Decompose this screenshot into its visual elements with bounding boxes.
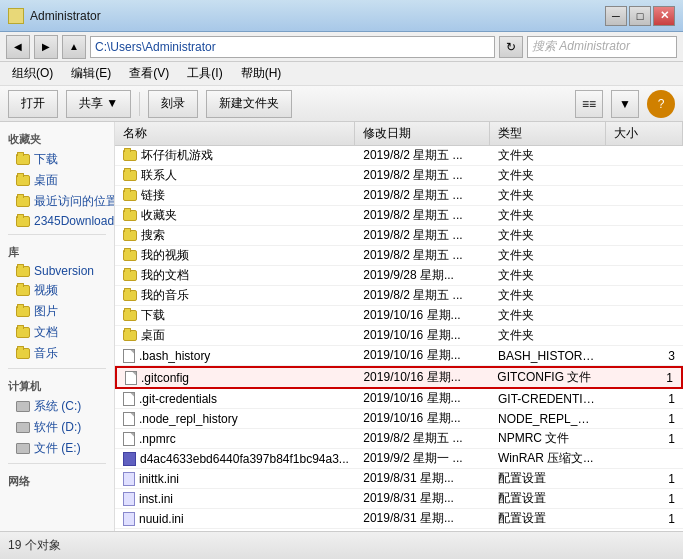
- file-name-cell: .npmrc: [115, 431, 355, 447]
- file-name-text: inst.ini: [139, 492, 173, 506]
- file-date-cell: 2019/8/31 星期...: [355, 509, 490, 528]
- table-row[interactable]: 搜索2019/8/2 星期五 ...文件夹: [115, 226, 683, 246]
- file-size-cell: 1: [606, 431, 683, 447]
- file-name-cell: 下载: [115, 306, 355, 325]
- file-name-text: 搜索: [141, 227, 165, 244]
- file-size-cell: 1: [606, 511, 683, 527]
- address-path-box[interactable]: C:\Users\Administrator: [90, 36, 495, 58]
- table-row[interactable]: inittk.ini2019/8/31 星期...配置设置1: [115, 469, 683, 489]
- table-row[interactable]: 下载2019/10/16 星期...文件夹: [115, 306, 683, 326]
- folder-icon: [123, 310, 137, 321]
- sidebar-item-2345downloads[interactable]: 2345Downloads: [0, 212, 114, 230]
- file-name-text: 我的文档: [141, 267, 189, 284]
- col-header-size[interactable]: 大小: [606, 122, 683, 145]
- file-name-cell: .gitconfig: [117, 370, 355, 386]
- network-header: 网络: [0, 468, 114, 491]
- table-row[interactable]: 坏仔街机游戏2019/8/2 星期五 ...文件夹: [115, 146, 683, 166]
- table-row[interactable]: 链接2019/8/2 星期五 ...文件夹: [115, 186, 683, 206]
- document-icon: [123, 392, 135, 406]
- sidebar-divider-3: [8, 463, 106, 464]
- file-type-cell: 文件夹: [490, 166, 606, 185]
- folder-icon: [123, 230, 137, 241]
- menu-tools[interactable]: 工具(I): [179, 63, 230, 84]
- search-placeholder: 搜索 Administrator: [532, 38, 630, 55]
- document-icon: [123, 349, 135, 363]
- file-name-cell: inittk.ini: [115, 471, 355, 487]
- table-row[interactable]: 收藏夹2019/8/2 星期五 ...文件夹: [115, 206, 683, 226]
- view-toggle-button[interactable]: ≡≡: [575, 90, 603, 118]
- sidebar-item-d-drive[interactable]: 软件 (D:): [0, 417, 114, 438]
- file-name-text: inittk.ini: [139, 472, 179, 486]
- sidebar-item-label: 桌面: [34, 172, 58, 189]
- file-date-cell: 2019/10/16 星期...: [355, 306, 490, 325]
- title-bar-left: Administrator: [8, 8, 101, 24]
- table-row[interactable]: d4ac4633ebd6440fa397b84f1bc94a3...2019/9…: [115, 449, 683, 469]
- help-circle-button[interactable]: ?: [647, 90, 675, 118]
- share-button[interactable]: 共享 ▼: [66, 90, 131, 118]
- forward-button[interactable]: ▶: [34, 35, 58, 59]
- file-date-cell: 2019/8/2 星期五 ...: [355, 246, 490, 265]
- menu-help[interactable]: 帮助(H): [233, 63, 290, 84]
- sidebar-item-c-drive[interactable]: 系统 (C:): [0, 396, 114, 417]
- close-button[interactable]: ✕: [653, 6, 675, 26]
- table-row[interactable]: .npmrc2019/8/2 星期五 ...NPMRC 文件1: [115, 429, 683, 449]
- table-row[interactable]: 我的音乐2019/8/2 星期五 ...文件夹: [115, 286, 683, 306]
- file-name-cell: d4ac4633ebd6440fa397b84f1bc94a3...: [115, 451, 355, 467]
- file-name-text: .gitconfig: [141, 371, 189, 385]
- status-item-count: 19 个对象: [8, 537, 61, 554]
- table-row[interactable]: 联系人2019/8/2 星期五 ...文件夹: [115, 166, 683, 186]
- sidebar-item-pictures[interactable]: 图片: [0, 301, 114, 322]
- sidebar-item-music[interactable]: 音乐: [0, 343, 114, 364]
- file-type-cell: 配置设置: [490, 509, 606, 528]
- table-row[interactable]: .node_repl_history2019/10/16 星期...NODE_R…: [115, 409, 683, 429]
- table-row[interactable]: 我的文档2019/9/28 星期...文件夹: [115, 266, 683, 286]
- file-name-text: 下载: [141, 307, 165, 324]
- favorites-header: 收藏夹: [0, 126, 114, 149]
- maximize-button[interactable]: □: [629, 6, 651, 26]
- sidebar-item-e-drive[interactable]: 文件 (E:): [0, 438, 114, 459]
- table-row[interactable]: nuuid.ini2019/8/31 星期...配置设置1: [115, 509, 683, 529]
- sidebar-item-recent[interactable]: 最近访问的位置: [0, 191, 114, 212]
- sidebar-item-documents[interactable]: 文档: [0, 322, 114, 343]
- col-header-date[interactable]: 修改日期: [355, 122, 490, 145]
- file-date-cell: 2019/10/16 星期...: [355, 409, 490, 428]
- menu-bar: 组织(O) 编辑(E) 查看(V) 工具(I) 帮助(H): [0, 62, 683, 86]
- sidebar-item-subversion[interactable]: Subversion: [0, 262, 114, 280]
- toolbar-separator: [139, 92, 140, 116]
- col-header-type[interactable]: 类型: [490, 122, 606, 145]
- file-size-cell: 1: [606, 391, 683, 407]
- sidebar-item-videos[interactable]: 视频: [0, 280, 114, 301]
- minimize-button[interactable]: ─: [605, 6, 627, 26]
- table-row[interactable]: .bash_history2019/10/16 星期...BASH_HISTOR…: [115, 346, 683, 366]
- file-size-cell: 1: [604, 370, 681, 386]
- sidebar-divider-1: [8, 234, 106, 235]
- main-area: 收藏夹 下载 桌面 最近访问的位置 2345Downloads 库 Subver…: [0, 122, 683, 531]
- search-box[interactable]: 搜索 Administrator: [527, 36, 677, 58]
- table-row[interactable]: 我的视频2019/8/2 星期五 ...文件夹: [115, 246, 683, 266]
- file-name-cell: .node_repl_history: [115, 411, 355, 427]
- col-header-name[interactable]: 名称: [115, 122, 355, 145]
- sidebar-item-download[interactable]: 下载: [0, 149, 114, 170]
- burn-button[interactable]: 刻录: [148, 90, 198, 118]
- new-folder-button[interactable]: 新建文件夹: [206, 90, 292, 118]
- table-row[interactable]: inst.ini2019/8/31 星期...配置设置1: [115, 489, 683, 509]
- table-row[interactable]: .gitconfig2019/10/16 星期...GITCONFIG 文件1: [115, 366, 683, 389]
- menu-organize[interactable]: 组织(O): [4, 63, 61, 84]
- sidebar-item-desktop[interactable]: 桌面: [0, 170, 114, 191]
- file-name-text: nuuid.ini: [139, 512, 184, 526]
- file-type-cell: 文件夹: [490, 206, 606, 225]
- menu-view[interactable]: 查看(V): [121, 63, 177, 84]
- file-name-text: .npmrc: [139, 432, 176, 446]
- up-button[interactable]: ▲: [62, 35, 86, 59]
- file-name-cell: .git-credentials: [115, 391, 355, 407]
- file-date-cell: 2019/8/2 星期五 ...: [355, 206, 490, 225]
- title-bar: Administrator ─ □ ✕: [0, 0, 683, 32]
- table-row[interactable]: 桌面2019/10/16 星期...文件夹: [115, 326, 683, 346]
- view-options-button[interactable]: ▼: [611, 90, 639, 118]
- back-button[interactable]: ◀: [6, 35, 30, 59]
- refresh-button[interactable]: ↻: [499, 36, 523, 58]
- menu-edit[interactable]: 编辑(E): [63, 63, 119, 84]
- table-row[interactable]: .git-credentials2019/10/16 星期...GIT-CRED…: [115, 389, 683, 409]
- open-button[interactable]: 打开: [8, 90, 58, 118]
- document-icon: [125, 371, 137, 385]
